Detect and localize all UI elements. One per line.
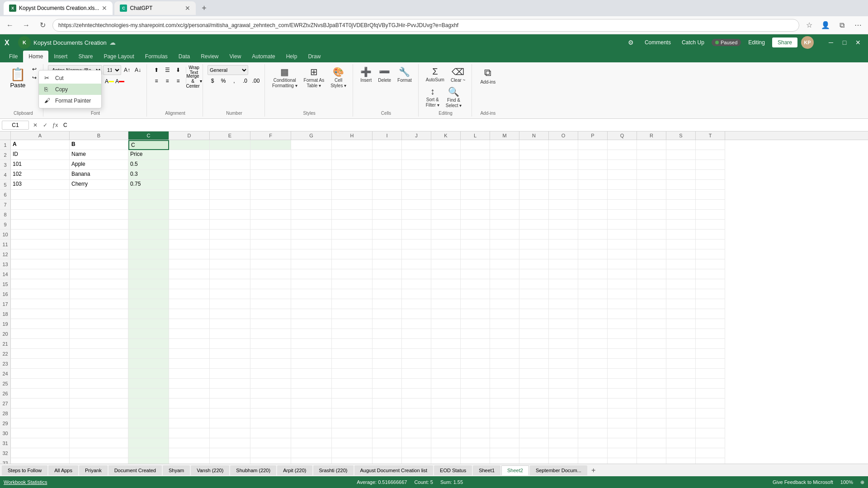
cell-c13[interactable] — [128, 259, 169, 269]
cell-g27[interactable] — [291, 399, 332, 408]
cell-p25[interactable] — [578, 379, 608, 389]
cell-a16[interactable] — [11, 289, 70, 299]
cell-a30[interactable] — [11, 428, 70, 438]
cell-d24[interactable] — [169, 369, 210, 379]
row-num-16[interactable]: 16 — [0, 289, 11, 299]
insert-function-icon[interactable]: ƒx — [51, 121, 60, 130]
cell-k4[interactable] — [431, 170, 461, 180]
cell-i8[interactable] — [373, 210, 402, 220]
cell-n30[interactable] — [519, 428, 549, 438]
cell-d30[interactable] — [169, 428, 210, 438]
cell-f11[interactable] — [250, 239, 291, 249]
cell-q8[interactable] — [608, 210, 637, 220]
cell-r25[interactable] — [637, 379, 666, 389]
cell-l5[interactable] — [461, 180, 490, 190]
context-cut[interactable]: ✂ Cut — [39, 72, 101, 84]
tab-formulas[interactable]: Formulas — [140, 51, 173, 62]
cell-e28[interactable] — [210, 408, 250, 418]
cell-m25[interactable] — [490, 379, 519, 389]
cell-m27[interactable] — [490, 399, 519, 408]
conditional-formatting-button[interactable]: ▦ ConditionalFormatting ▾ — [269, 65, 300, 90]
cell-e10[interactable] — [210, 230, 250, 239]
cell-d32[interactable] — [169, 448, 210, 458]
cell-d15[interactable] — [169, 279, 210, 289]
row-num-5[interactable]: 5 — [0, 180, 11, 190]
row-num-2[interactable]: 2 — [0, 150, 11, 160]
cell-p3[interactable] — [578, 160, 608, 170]
cell-j33[interactable] — [402, 458, 431, 464]
find-select-button[interactable]: 🔍 Find &Select ▾ — [443, 85, 465, 110]
sheet-tab-srashti[interactable]: Srashti (220) — [313, 465, 354, 475]
cell-l23[interactable] — [461, 359, 490, 369]
cell-o19[interactable] — [549, 319, 578, 329]
cell-d13[interactable] — [169, 259, 210, 269]
cell-q6[interactable] — [608, 190, 637, 200]
cell-t3[interactable] — [696, 160, 725, 170]
cell-s6[interactable] — [666, 190, 696, 200]
cell-k29[interactable] — [431, 418, 461, 428]
cell-f7[interactable] — [250, 200, 291, 210]
col-header-h[interactable]: H — [332, 131, 373, 140]
cell-f12[interactable] — [250, 249, 291, 259]
cell-r19[interactable] — [637, 319, 666, 329]
cell-o20[interactable] — [549, 329, 578, 339]
cell-o10[interactable] — [549, 230, 578, 239]
cell-j25[interactable] — [402, 379, 431, 389]
cell-m26[interactable] — [490, 389, 519, 399]
cell-l10[interactable] — [461, 230, 490, 239]
cell-c14[interactable] — [128, 269, 169, 279]
cell-c28[interactable] — [128, 408, 169, 418]
tab-view[interactable]: View — [224, 51, 247, 62]
cell-h20[interactable] — [332, 329, 373, 339]
cell-o15[interactable] — [549, 279, 578, 289]
cell-e26[interactable] — [210, 389, 250, 399]
row-num-31[interactable]: 31 — [0, 438, 11, 448]
cell-k8[interactable] — [431, 210, 461, 220]
cell-h19[interactable] — [332, 319, 373, 329]
cell-q4[interactable] — [608, 170, 637, 180]
cell-h24[interactable] — [332, 369, 373, 379]
cell-n10[interactable] — [519, 230, 549, 239]
cell-m16[interactable] — [490, 289, 519, 299]
cell-j16[interactable] — [402, 289, 431, 299]
cell-j23[interactable] — [402, 359, 431, 369]
cell-h11[interactable] — [332, 239, 373, 249]
cell-g16[interactable] — [291, 289, 332, 299]
cell-g30[interactable] — [291, 428, 332, 438]
cell-f32[interactable] — [250, 448, 291, 458]
cell-a14[interactable] — [11, 269, 70, 279]
cell-n19[interactable] — [519, 319, 549, 329]
delete-button[interactable]: ➖ Delete — [375, 65, 394, 84]
cell-i10[interactable] — [373, 230, 402, 239]
tab-insert[interactable]: Insert — [48, 51, 73, 62]
cell-b22[interactable] — [70, 349, 128, 359]
cell-e22[interactable] — [210, 349, 250, 359]
cell-d33[interactable] — [169, 458, 210, 464]
cell-l8[interactable] — [461, 210, 490, 220]
cell-t26[interactable] — [696, 389, 725, 399]
cell-m8[interactable] — [490, 210, 519, 220]
cell-k13[interactable] — [431, 259, 461, 269]
cell-m22[interactable] — [490, 349, 519, 359]
cell-k16[interactable] — [431, 289, 461, 299]
cell-k1[interactable] — [431, 140, 461, 150]
cell-b9[interactable] — [70, 220, 128, 230]
increase-decimal-btn[interactable]: .00 — [251, 76, 261, 86]
cell-q25[interactable] — [608, 379, 637, 389]
cell-l24[interactable] — [461, 369, 490, 379]
col-header-q[interactable]: Q — [608, 131, 637, 140]
row-num-30[interactable]: 30 — [0, 428, 11, 438]
cell-f33[interactable] — [250, 458, 291, 464]
cell-r27[interactable] — [637, 399, 666, 408]
cell-j29[interactable] — [402, 418, 431, 428]
cell-j28[interactable] — [402, 408, 431, 418]
new-tab-button[interactable]: + — [198, 2, 210, 14]
tab-review[interactable]: Review — [195, 51, 224, 62]
cell-h32[interactable] — [332, 448, 373, 458]
cell-a21[interactable] — [11, 339, 70, 349]
cell-j26[interactable] — [402, 389, 431, 399]
cell-p19[interactable] — [578, 319, 608, 329]
cell-t16[interactable] — [696, 289, 725, 299]
cell-p23[interactable] — [578, 359, 608, 369]
cell-f22[interactable] — [250, 349, 291, 359]
